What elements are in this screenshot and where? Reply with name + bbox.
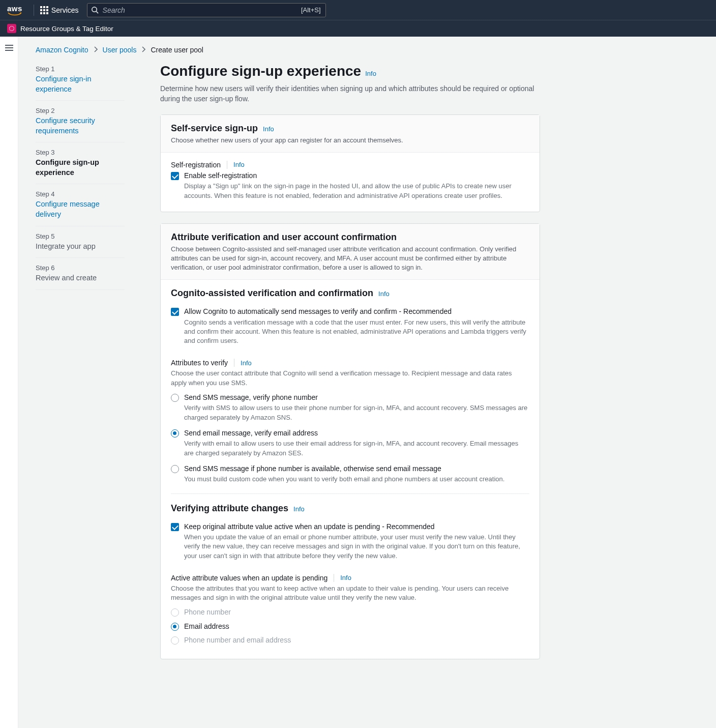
info-link[interactable]: Info: [378, 290, 390, 298]
wizard-sidebar: Step 1 Configure sign-in experience Step…: [36, 63, 125, 671]
step-4[interactable]: Step 4 Configure message delivery: [36, 184, 125, 226]
breadcrumb: Amazon Cognito User pools Create user po…: [36, 46, 544, 54]
info-link[interactable]: Info: [293, 505, 305, 513]
svg-point-0: [92, 7, 96, 11]
hamburger-icon[interactable]: [0, 42, 18, 54]
nav-rail: [0, 37, 18, 728]
aws-logo[interactable]: aws: [7, 5, 22, 15]
info-link[interactable]: Info: [340, 574, 351, 581]
page-title: Configure sign-up experience: [160, 63, 361, 79]
allow-cognito-checkbox[interactable]: [171, 308, 179, 316]
info-link[interactable]: Info: [233, 161, 245, 168]
search-icon: [91, 6, 99, 15]
verify-email-radio[interactable]: [171, 429, 179, 438]
step-5: Step 5 Integrate your app: [36, 226, 125, 258]
allow-cognito-label: Allow Cognito to automatically send mess…: [184, 307, 529, 317]
attrs-verify-desc: Choose the user contact attribute that C…: [171, 369, 529, 387]
grid-icon: [40, 6, 48, 14]
cognito-heading: Cognito-assisted verification and confir…: [171, 288, 373, 299]
crumb-user-pools[interactable]: User pools: [103, 46, 137, 54]
main-column: Configure sign-up experience Info Determ…: [160, 63, 544, 671]
attr-verif-desc: Choose between Cognito-assisted and self…: [171, 245, 529, 273]
active-email-radio[interactable]: [171, 623, 179, 631]
self-service-panel: Self-service sign-up Info Choose whether…: [160, 114, 540, 212]
sub-header: Resource Groups & Tag Editor: [0, 20, 716, 37]
info-link[interactable]: Info: [263, 125, 274, 133]
crumb-current: Create user pool: [151, 46, 203, 54]
keep-original-label: Keep original attribute value active whe…: [184, 522, 529, 532]
aws-smile-icon: [8, 12, 22, 15]
verify-phone-radio[interactable]: [171, 394, 179, 402]
self-service-title: Self-service sign-up: [171, 123, 258, 134]
chevron-right-icon: [141, 46, 145, 54]
info-link[interactable]: Info: [241, 359, 252, 367]
attr-verif-title: Attribute verification and user account …: [171, 232, 397, 243]
attr-verification-panel: Attribute verification and user account …: [160, 223, 540, 659]
step-6: Step 6 Review and create: [36, 258, 125, 290]
active-attr-desc: Choose the attributes that you want to k…: [171, 584, 529, 602]
attrs-verify-label: Attributes to verify: [171, 359, 228, 367]
verify-sms-or-email-radio[interactable]: [171, 465, 179, 473]
verifying-changes-heading: Verifying attribute changes: [171, 503, 288, 514]
step-2[interactable]: Step 2 Configure security requirements: [36, 101, 125, 142]
active-both-radio: [171, 636, 179, 645]
info-link[interactable]: Info: [365, 70, 376, 77]
self-service-desc: Choose whether new users of your app can…: [171, 136, 529, 145]
svg-point-2: [10, 26, 14, 31]
enable-self-registration-checkbox[interactable]: [171, 172, 179, 180]
sub-header-label[interactable]: Resource Groups & Tag Editor: [20, 25, 113, 33]
search-input[interactable]: [87, 3, 326, 17]
enable-self-registration-desc: Display a "Sign up" link on the sign-in …: [184, 182, 529, 200]
step-3[interactable]: Step 3 Configure sign-up experience: [36, 142, 125, 184]
search-wrap: [Alt+S]: [87, 3, 326, 17]
top-header: aws Services [Alt+S]: [0, 0, 716, 20]
crumb-cognito[interactable]: Amazon Cognito: [36, 46, 88, 54]
chevron-right-icon: [94, 46, 98, 54]
svg-line-1: [96, 11, 98, 13]
step-1[interactable]: Step 1 Configure sign-in experience: [36, 65, 125, 101]
self-registration-label: Self-registration: [171, 161, 221, 169]
services-label: Services: [51, 6, 79, 14]
divider: [34, 5, 34, 16]
keep-original-checkbox[interactable]: [171, 523, 179, 531]
active-attr-label: Active attribute values when an update i…: [171, 574, 327, 582]
keep-original-desc: When you update the value of an email or…: [184, 533, 529, 561]
active-phone-radio: [171, 608, 179, 617]
search-shortcut: [Alt+S]: [301, 6, 321, 14]
enable-self-registration-label: Enable self-registration: [184, 171, 529, 181]
resource-groups-icon: [7, 24, 16, 33]
page-desc: Determine how new users will verify thei…: [160, 83, 540, 104]
allow-cognito-desc: Cognito sends a verification message wit…: [184, 318, 529, 346]
services-button[interactable]: Services: [40, 6, 79, 14]
